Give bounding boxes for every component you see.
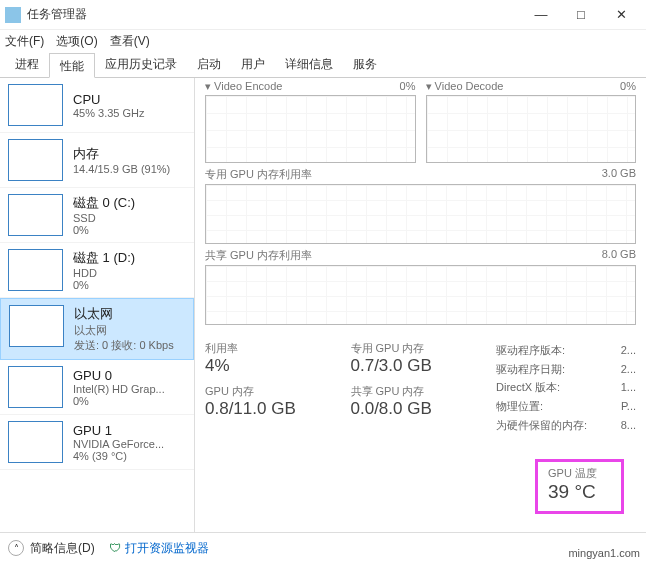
gpu0-sub: Intel(R) HD Grap... [73, 383, 165, 395]
cpu-sub: 45% 3.35 GHz [73, 107, 145, 119]
tabs: 进程 性能 应用历史记录 启动 用户 详细信息 服务 [0, 52, 646, 78]
video-decode-val: 0% [620, 80, 636, 93]
gpu1-sub: NVIDIA GeForce... [73, 438, 164, 450]
gpu0-sub2: 0% [73, 395, 165, 407]
dedicated-gpu-mem-max: 3.0 GB [602, 167, 636, 182]
disk0-sub2: 0% [73, 224, 135, 236]
gpumem-value: 0.8/11.0 GB [205, 399, 351, 419]
video-decode-chart [426, 95, 637, 163]
footer: ˄ 简略信息(D) 🛡打开资源监视器 [0, 533, 646, 563]
sidebar-item-gpu1[interactable]: GPU 1 NVIDIA GeForce... 4% (39 °C) [0, 415, 194, 470]
memory-thumb [8, 139, 63, 181]
memory-sub: 14.4/15.9 GB (91%) [73, 163, 170, 175]
tab-performance[interactable]: 性能 [49, 53, 95, 78]
dedicated-gpu-mem-chart [205, 184, 636, 244]
util-label: 利用率 [205, 341, 351, 356]
sidebar-item-gpu0[interactable]: GPU 0 Intel(R) HD Grap... 0% [0, 360, 194, 415]
video-encode-chart [205, 95, 416, 163]
gpu-temp-highlight: GPU 温度 39 °C [535, 459, 624, 514]
shmem-value: 0.0/8.0 GB [351, 399, 497, 419]
disk0-name: 磁盘 0 (C:) [73, 194, 135, 212]
eth-sub2: 发送: 0 接收: 0 Kbps [74, 338, 174, 353]
menubar: 文件(F) 选项(O) 查看(V) [0, 30, 646, 52]
gpu1-name: GPU 1 [73, 423, 164, 438]
eth-sub: 以太网 [74, 323, 174, 338]
gpu0-thumb [8, 366, 63, 408]
sidebar-item-disk0[interactable]: 磁盘 0 (C:) SSD 0% [0, 188, 194, 243]
watermark: mingyan1.com [568, 547, 640, 559]
menu-view[interactable]: 查看(V) [110, 33, 150, 50]
dedicated-gpu-mem-label: 专用 GPU 内存利用率 [205, 167, 312, 182]
shared-gpu-mem-chart [205, 265, 636, 325]
eth-name: 以太网 [74, 305, 174, 323]
minimize-button[interactable]: — [521, 7, 561, 22]
tab-history[interactable]: 应用历史记录 [95, 52, 187, 77]
gpu-temp-value: 39 °C [548, 481, 597, 503]
video-decode-label[interactable]: ▾ Video Decode [426, 80, 504, 93]
video-encode-label[interactable]: ▾ Video Encode [205, 80, 282, 93]
brief-info-link[interactable]: 简略信息(D) [30, 540, 95, 557]
video-encode-val: 0% [400, 80, 416, 93]
gpu1-thumb [8, 421, 63, 463]
tab-processes[interactable]: 进程 [5, 52, 49, 77]
tab-startup[interactable]: 启动 [187, 52, 231, 77]
dedmem-label: 专用 GPU 内存 [351, 341, 497, 356]
sidebar: CPU 45% 3.35 GHz 内存 14.4/15.9 GB (91%) 磁… [0, 78, 195, 532]
disk1-thumb [8, 249, 63, 291]
disk1-name: 磁盘 1 (D:) [73, 249, 135, 267]
sidebar-item-cpu[interactable]: CPU 45% 3.35 GHz [0, 78, 194, 133]
gpu0-name: GPU 0 [73, 368, 165, 383]
close-button[interactable]: ✕ [601, 7, 641, 22]
sidebar-item-disk1[interactable]: 磁盘 1 (D:) HDD 0% [0, 243, 194, 298]
util-value: 4% [205, 356, 351, 376]
disk0-thumb [8, 194, 63, 236]
shared-gpu-mem-label: 共享 GPU 内存利用率 [205, 248, 312, 263]
menu-options[interactable]: 选项(O) [56, 33, 97, 50]
titlebar: 任务管理器 — □ ✕ [0, 0, 646, 30]
eth-thumb [9, 305, 64, 347]
disk0-sub: SSD [73, 212, 135, 224]
chevron-up-icon[interactable]: ˄ [8, 540, 24, 556]
detail-pane: ▾ Video Encode 0% ▾ Video Decode 0% 专用 G… [195, 78, 646, 532]
disk1-sub: HDD [73, 267, 135, 279]
resource-monitor-link[interactable]: 🛡打开资源监视器 [109, 540, 209, 557]
disk1-sub2: 0% [73, 279, 135, 291]
menu-file[interactable]: 文件(F) [5, 33, 44, 50]
tab-users[interactable]: 用户 [231, 52, 275, 77]
shared-gpu-mem-max: 8.0 GB [602, 248, 636, 263]
shmem-label: 共享 GPU 内存 [351, 384, 497, 399]
cpu-thumb [8, 84, 63, 126]
sidebar-item-ethernet[interactable]: 以太网 以太网 发送: 0 接收: 0 Kbps [0, 298, 194, 360]
gpu-properties: 驱动程序版本:2... 驱动程序日期:2... DirectX 版本:1... … [496, 341, 636, 434]
cpu-name: CPU [73, 92, 145, 107]
window-title: 任务管理器 [27, 6, 521, 23]
maximize-button[interactable]: □ [561, 7, 601, 22]
sidebar-item-memory[interactable]: 内存 14.4/15.9 GB (91%) [0, 133, 194, 188]
gpu-temp-label: GPU 温度 [548, 466, 597, 481]
dedmem-value: 0.7/3.0 GB [351, 356, 497, 376]
app-icon [5, 7, 21, 23]
memory-name: 内存 [73, 145, 170, 163]
gpu1-sub2: 4% (39 °C) [73, 450, 164, 462]
tab-details[interactable]: 详细信息 [275, 52, 343, 77]
shield-icon: 🛡 [109, 541, 121, 555]
gpumem-label: GPU 内存 [205, 384, 351, 399]
tab-services[interactable]: 服务 [343, 52, 387, 77]
